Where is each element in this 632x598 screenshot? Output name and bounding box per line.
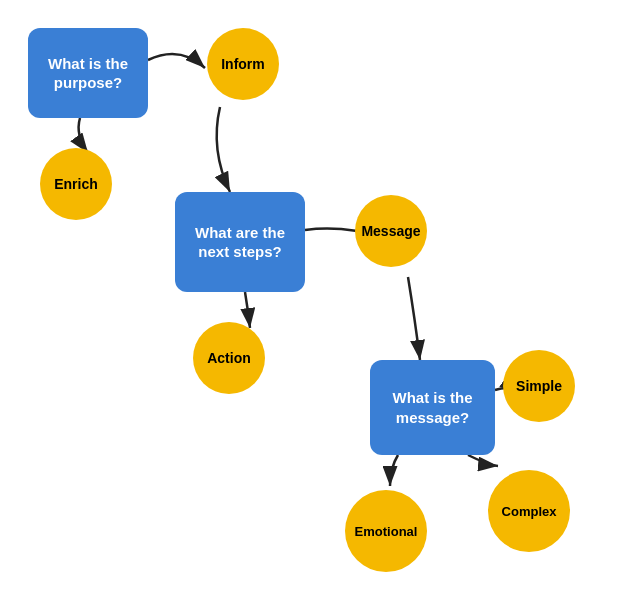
circle-action: Action xyxy=(193,322,265,394)
question-box-next-steps: What are the next steps? xyxy=(175,192,305,292)
diagram-container: What is the purpose? What are the next s… xyxy=(0,0,632,598)
circle-inform: Inform xyxy=(207,28,279,100)
circle-complex: Complex xyxy=(488,470,570,552)
question-box-purpose: What is the purpose? xyxy=(28,28,148,118)
circle-message: Message xyxy=(355,195,427,267)
question-box-message: What is the message? xyxy=(370,360,495,455)
circle-enrich: Enrich xyxy=(40,148,112,220)
circle-simple: Simple xyxy=(503,350,575,422)
circle-emotional: Emotional xyxy=(345,490,427,572)
